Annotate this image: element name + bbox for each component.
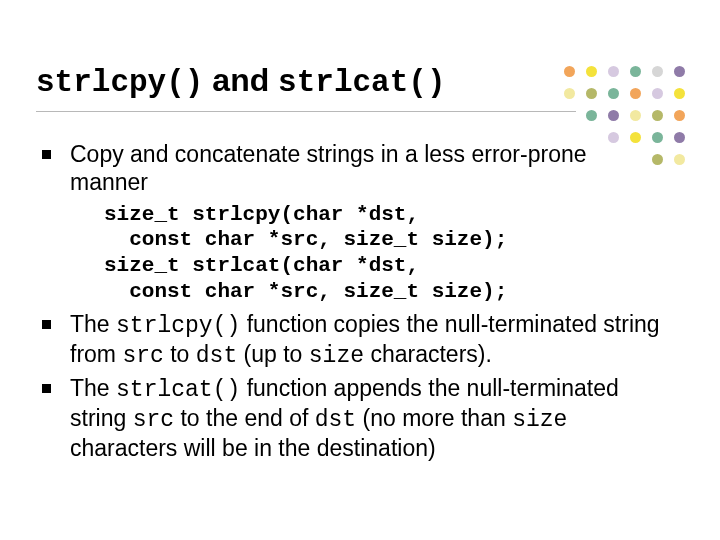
bullet-3: The strlcat() function appends the null-… xyxy=(36,374,666,462)
code-line-3: size_t strlcat(char *dst, xyxy=(104,254,419,277)
bullet-1-text: Copy and concatenate strings in a less e… xyxy=(70,141,587,195)
b3-t5: characters will be in the destination) xyxy=(70,435,436,461)
b2-code-size: size xyxy=(309,343,364,369)
slide: strlcpy() and strlcat() Copy and concate… xyxy=(0,0,720,540)
b3-code-dst: dst xyxy=(315,407,356,433)
b2-code-src: src xyxy=(122,343,163,369)
bullet-list: Copy and concatenate strings in a less e… xyxy=(36,140,666,196)
b2-code-strlcpy: strlcpy() xyxy=(116,313,240,339)
code-line-1: size_t strlcpy(char *dst, xyxy=(104,203,419,226)
bullet-1: Copy and concatenate strings in a less e… xyxy=(36,140,666,196)
b3-code-size: size xyxy=(512,407,567,433)
b3-t4: (no more than xyxy=(356,405,512,431)
code-line-4: const char *src, size_t size); xyxy=(104,280,507,303)
title-text-and: and xyxy=(203,62,278,98)
slide-title: strlcpy() and strlcat() xyxy=(36,62,576,112)
title-code-1: strlcpy() xyxy=(36,65,203,100)
bullet-list-2: The strlcpy() function copies the null-t… xyxy=(36,310,666,462)
b3-code-src: src xyxy=(133,407,174,433)
b3-t1: The xyxy=(70,375,116,401)
b3-t3: to the end of xyxy=(174,405,315,431)
b2-t5: characters). xyxy=(364,341,492,367)
b2-t4: (up to xyxy=(237,341,309,367)
code-block: size_t strlcpy(char *dst, const char *sr… xyxy=(104,202,684,304)
b2-code-dst: dst xyxy=(196,343,237,369)
b2-t1: The xyxy=(70,311,116,337)
b2-t3: to xyxy=(164,341,196,367)
title-code-2: strlcat() xyxy=(278,65,445,100)
b3-code-strlcat: strlcat() xyxy=(116,377,240,403)
bullet-2: The strlcpy() function copies the null-t… xyxy=(36,310,666,370)
code-line-2: const char *src, size_t size); xyxy=(104,228,507,251)
